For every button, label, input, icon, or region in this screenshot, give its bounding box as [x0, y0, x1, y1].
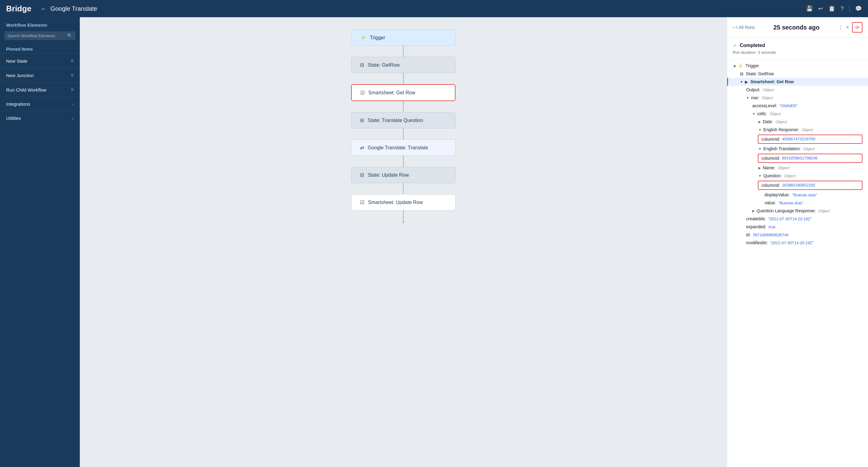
sidebar-item-integrations[interactable]: Integrations ›: [0, 97, 80, 111]
tree-arrow-date[interactable]: ▶: [758, 120, 761, 123]
tree-arrow-english-translation[interactable]: ▼: [758, 147, 762, 150]
tree-item-smartsheet-getrow[interactable]: ▼ ▶ Smartsheet: Get Row: [727, 78, 868, 86]
workflow-elements-title: Workflow Elements: [0, 17, 80, 30]
status-duration: Run duration: 3 seconds: [733, 50, 863, 55]
tree-item-question[interactable]: ▼ Question: Object: [727, 172, 868, 180]
tree-item-name[interactable]: ▶ Name: Object: [727, 164, 868, 172]
state-translate-icon: ⊟: [360, 117, 364, 123]
tree-play-icon: ▶: [745, 80, 748, 84]
google-translate-node[interactable]: ⇄ Google Translate: Translate: [351, 140, 456, 156]
tree-arrow-row[interactable]: ▼: [746, 96, 749, 99]
workflow-canvas-area: ⚡ Trigger ⊟ State: GetRow ☑ Smartsheet: …: [80, 17, 727, 467]
tree-item-question-lang[interactable]: ▶ Question Language Response: Object: [727, 207, 868, 215]
smartsheet-getrow-node[interactable]: ☑ Smartsheet: Get Row: [351, 84, 456, 101]
status-row: ✓ Completed: [733, 42, 863, 49]
tree-item-output: Output: Object: [727, 86, 868, 94]
tree-expanded-label: expanded:: [746, 224, 766, 229]
tree-item-english-translation[interactable]: ▼ English Translation: Object: [727, 145, 868, 153]
state-translate-node[interactable]: ⊟ State: Translate Question: [351, 112, 456, 128]
undo-icon[interactable]: ↩: [818, 5, 823, 12]
main-layout: Workflow Elements 🔍 Pinned Items New Sta…: [0, 17, 868, 467]
state-updaterow-icon: ⊟: [360, 172, 364, 178]
tree-item-row[interactable]: ▼ row: Object: [727, 94, 868, 102]
panel-status: ✓ Completed Run duration: 3 seconds: [727, 38, 868, 59]
tree-question-label: Question:: [763, 173, 782, 178]
smartsheet-getrow-icon: ☑: [360, 90, 365, 95]
drag-handle-run-child-workflow[interactable]: ≡: [71, 87, 74, 92]
help-icon[interactable]: ?: [841, 5, 844, 12]
back-button[interactable]: ←: [40, 5, 46, 12]
tree-arrow-name[interactable]: ▶: [758, 166, 761, 170]
search-input[interactable]: [7, 33, 67, 38]
sidebar-item-new-junction[interactable]: New Junction ≡: [0, 68, 80, 82]
page-title: Google Translate: [50, 5, 806, 12]
smartsheet-getrow-label: Smartsheet: Get Row: [368, 90, 415, 95]
tree-output-type: Object: [763, 88, 774, 92]
all-runs-back-link[interactable]: ‹ < All Runs: [733, 25, 755, 30]
state-getrow-node[interactable]: ⊟ State: GetRow: [351, 57, 456, 73]
tree-smartsheet-getrow-label: Smartsheet: Get Row: [750, 79, 794, 84]
history-icon[interactable]: 📋: [828, 5, 835, 12]
tree-arrow-question-lang[interactable]: ▶: [752, 209, 755, 213]
drag-handle-new-state[interactable]: ≡: [71, 58, 74, 64]
tree-arrow-trigger[interactable]: ▶: [734, 64, 736, 67]
tree-item-date[interactable]: ▶ Date: Object: [727, 118, 868, 126]
run-child-workflow-label: Run Child Workflow: [6, 87, 46, 92]
save-icon[interactable]: 💾: [806, 5, 813, 12]
tree-date-label: Date:: [763, 119, 773, 124]
connector-6: [403, 183, 404, 194]
tree-arrow-english-response[interactable]: ▼: [758, 128, 762, 132]
panel-actions: ⋮ × ⟳: [838, 22, 863, 33]
utilities-label: Utilities: [6, 116, 21, 121]
smartsheet-updaterow-node[interactable]: ☑ Smartsheet: Update Row: [351, 194, 456, 210]
tree-item-cells[interactable]: ▼ cells: Object: [727, 110, 868, 118]
tree-cells-type: Object: [770, 112, 781, 116]
tree-arrow-question[interactable]: ▼: [758, 174, 762, 178]
header-actions: 💾 ↩ 📋 ? 💬: [806, 5, 862, 12]
tree-arrow-smartsheet[interactable]: ▼: [740, 80, 743, 84]
header-divider: [849, 5, 849, 12]
tree-value-label: value:: [765, 200, 776, 205]
integrations-arrow: ›: [72, 102, 74, 107]
tree-row-type: Object: [762, 95, 773, 100]
trigger-node[interactable]: ⚡ Trigger: [351, 29, 456, 46]
tree-item-english-response[interactable]: ▼ English Response: Object: [727, 126, 868, 134]
state-getrow-icon: ⊟: [360, 62, 364, 68]
search-workflow-elements[interactable]: 🔍: [4, 31, 75, 40]
status-label: Completed: [740, 43, 765, 48]
tree-columnid-value-1: 459667473229700: [782, 137, 815, 142]
connector-4: [403, 128, 404, 140]
refresh-button[interactable]: ⟳: [852, 22, 863, 33]
tree-item-state-getrow[interactable]: ⊟ State: GetRow: [727, 70, 868, 78]
sidebar-item-run-child-workflow[interactable]: Run Child Workflow ≡: [0, 82, 80, 97]
tree-displayvalue-label: displayValue:: [765, 192, 790, 197]
sidebar: Workflow Elements 🔍 Pinned Items New Sta…: [0, 17, 80, 467]
chat-icon[interactable]: 💬: [855, 5, 862, 12]
tree-columnid-label-2: columnId:: [762, 156, 780, 161]
workflow-canvas: ⚡ Trigger ⊟ State: GetRow ☑ Smartsheet: …: [342, 29, 465, 222]
tree-state-getrow-label: State: GetRow: [746, 71, 774, 76]
more-options-icon[interactable]: ⋮: [838, 25, 843, 30]
trigger-icon: ⚡: [360, 35, 366, 40]
translate-icon: ⇄: [360, 145, 364, 150]
tree-modifiedat-value: "2021-07-30T14:20:19Z": [769, 240, 814, 245]
pinned-items-title: Pinned Items: [0, 43, 80, 54]
tree-item-columnid-english-response: columnId: 459667473229700: [758, 135, 863, 144]
tree-id-label: id:: [746, 232, 751, 237]
status-completed-icon: ✓: [733, 42, 737, 49]
tree-question-lang-type: Object: [818, 209, 830, 213]
state-updaterow-label: State: Update Row: [368, 172, 409, 178]
close-panel-icon[interactable]: ×: [846, 25, 849, 30]
back-chevron: ‹: [733, 25, 734, 30]
tree-columnid-label-1: columnId:: [762, 137, 780, 142]
drag-handle-new-junction[interactable]: ≡: [71, 72, 74, 78]
state-updaterow-node[interactable]: ⊟ State: Update Row: [351, 167, 456, 183]
tree-item-trigger[interactable]: ▶ ⚡ Trigger: [727, 62, 868, 70]
tree-item-accesslevel: accessLevel: "OWNER": [727, 102, 868, 110]
all-runs-label: < All Runs: [735, 25, 755, 30]
panel-title: 25 seconds ago: [758, 24, 835, 31]
sidebar-item-new-state[interactable]: New State ≡: [0, 54, 80, 68]
sidebar-item-utilities[interactable]: Utilities ›: [0, 111, 80, 125]
tree-date-type: Object: [775, 119, 787, 124]
tree-arrow-cells[interactable]: ▼: [752, 112, 755, 116]
